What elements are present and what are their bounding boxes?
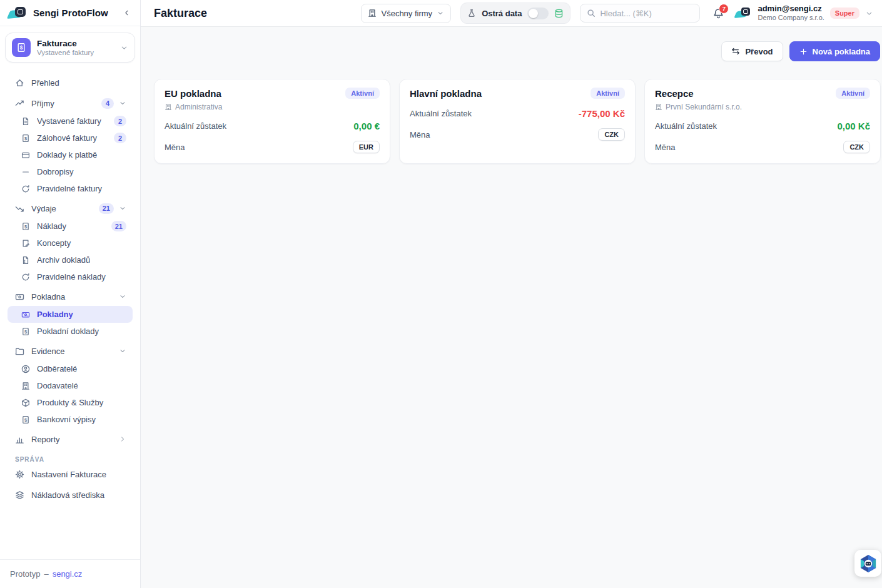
sidebar-item-pravidelne-faktury[interactable]: Pravidelné faktury	[8, 180, 133, 197]
package-icon	[21, 398, 30, 407]
currency-row: Měna CZK	[410, 128, 625, 141]
currency-badge: CZK	[598, 128, 625, 141]
count-badge: 4	[101, 98, 114, 109]
nav-label: Produkty & Služby	[37, 398, 126, 407]
nav-label: Doklady k platbě	[37, 150, 126, 160]
sengi-link[interactable]: sengi.cz	[53, 569, 83, 579]
card-company: Administrativa	[165, 103, 380, 111]
nav-label: Evidence	[31, 347, 114, 356]
sidebar-item-reporty[interactable]: Reporty	[8, 430, 133, 449]
nav-label: Zálohové faktury	[37, 133, 114, 143]
sidebar-nav: Přehled Příjmy 4 Vystavené faktury 2 Zál…	[0, 68, 140, 559]
sidebar-item-pokladna[interactable]: Pokladna	[8, 287, 133, 306]
environment-toggle-group: Ostrá data	[460, 3, 570, 24]
cash-register-card-eu-pokladna[interactable]: EU pokladna Aktivní Administrativa Aktuá…	[154, 79, 390, 164]
currency-badge: CZK	[843, 141, 870, 153]
company-filter-label: Všechny firmy	[381, 9, 432, 18]
card-title: Recepce	[655, 88, 694, 99]
chevron-down-icon	[437, 9, 444, 17]
nav-label: Příjmy	[31, 99, 101, 108]
nav-label: Koncepty	[37, 238, 126, 248]
building-icon	[368, 9, 377, 18]
credit-card-icon	[21, 150, 30, 160]
content-area: Převod Nová pokladna EU pokladna Aktivní…	[141, 27, 882, 588]
currency-row: Měna EUR	[165, 141, 380, 153]
user-company: Demo Company s.r.o.	[758, 14, 824, 22]
refresh-icon	[21, 184, 30, 193]
sidebar-item-prehled[interactable]: Přehled	[8, 73, 133, 92]
prototype-label: Prototyp	[10, 569, 40, 579]
sidebar-item-vystavene-faktury[interactable]: Vystavené faktury 2	[8, 113, 133, 129]
sidebar-item-zalohove-faktury[interactable]: Zálohové faktury 2	[8, 129, 133, 146]
nav-label: Pravidelné faktury	[37, 184, 126, 193]
sidebar-item-naklady[interactable]: Náklady 21	[8, 218, 133, 235]
nav-label: Reporty	[31, 435, 114, 444]
chevron-left-icon	[123, 9, 131, 17]
swap-icon	[731, 47, 740, 56]
app-logo-icon	[9, 6, 28, 21]
cash-register-icon	[21, 310, 30, 319]
cash-register-card-recepce[interactable]: Recepce Aktivní První Sekundární s.r.o. …	[644, 79, 881, 164]
search-input[interactable]	[600, 9, 693, 18]
sidebar-item-evidence[interactable]: Evidence	[8, 342, 133, 360]
file-text-icon	[21, 116, 30, 126]
chevron-down-icon	[119, 347, 126, 355]
cash-register-icon	[15, 292, 24, 302]
sidebar-header: Sengi ProtoFlow	[0, 0, 140, 26]
new-cash-register-button[interactable]: Nová pokladna	[789, 41, 880, 61]
invoice-module-icon	[12, 38, 31, 57]
balance-label: Aktuální zůstatek	[655, 121, 717, 131]
sidebar-item-pravidelne-naklady[interactable]: Pravidelné náklady	[8, 268, 133, 285]
chevron-down-icon	[119, 99, 126, 107]
company-filter-dropdown[interactable]: Všechny firmy	[361, 4, 451, 23]
balance-row: Aktuální zůstatek 0,00 Kč	[655, 121, 870, 131]
currency-label: Měna	[410, 130, 430, 139]
sidebar-item-nakladova-strediska[interactable]: Nákladová střediska	[8, 485, 133, 504]
balance-row: Aktuální zůstatek 0,00 €	[165, 121, 380, 131]
sidebar-item-bankovni-vypisy[interactable]: Bankovní výpisy	[8, 411, 133, 428]
notifications-button[interactable]: 7	[713, 8, 724, 19]
sidebar-item-dodavatele[interactable]: Dodavatelé	[8, 377, 133, 394]
sidebar-item-produkty-sluzby[interactable]: Produkty & Služby	[8, 394, 133, 411]
module-selector-text: Fakturace Vystavené faktury	[37, 39, 114, 56]
nav-label: Nastavení Fakturace	[31, 470, 126, 479]
cash-register-card-hlavni-pokladna[interactable]: Hlavní pokladna Aktivní Aktuální zůstate…	[399, 79, 636, 164]
notification-count-badge: 7	[719, 4, 729, 14]
nav-label: Pokladna	[31, 292, 114, 302]
chat-widget-button[interactable]	[854, 550, 881, 577]
count-badge: 21	[111, 221, 126, 231]
footer-separator: –	[44, 569, 48, 579]
sidebar-item-archiv-dokladu[interactable]: Archiv dokladů	[8, 251, 133, 268]
sidebar-item-pokladny[interactable]: Pokladny	[8, 306, 133, 323]
transfer-button[interactable]: Převod	[721, 41, 783, 61]
archive-file-icon	[21, 255, 30, 265]
sidebar-item-prijmy[interactable]: Příjmy 4	[8, 94, 133, 113]
transfer-button-label: Převod	[745, 47, 773, 56]
sidebar-item-pokladni-doklady[interactable]: Pokladní doklady	[8, 323, 133, 340]
count-badge: 2	[114, 133, 126, 143]
company-name: Administrativa	[175, 103, 222, 111]
nav-label: Odběratelé	[37, 364, 126, 373]
sidebar-item-odberatele[interactable]: Odběratelé	[8, 360, 133, 377]
status-badge: Aktivní	[836, 88, 870, 99]
nav-label: Pokladní doklady	[37, 327, 126, 336]
module-selector[interactable]: Fakturace Vystavené faktury	[5, 33, 135, 63]
sidebar-collapse-button[interactable]	[119, 6, 134, 21]
receipt-icon	[21, 327, 30, 336]
minus-icon	[21, 167, 30, 176]
flask-icon	[467, 9, 476, 18]
sidebar-item-nastaveni-fakturace[interactable]: Nastavení Fakturace	[8, 465, 133, 484]
building-icon	[655, 103, 662, 111]
user-menu[interactable]: admin@sengi.cz Demo Company s.r.o. Super	[736, 4, 873, 22]
sidebar-item-vydaje[interactable]: Výdaje 21	[8, 199, 133, 218]
sidebar-footer: Prototyp – sengi.cz	[0, 559, 140, 588]
balance-label: Aktuální zůstatek	[410, 109, 472, 118]
refresh-icon	[21, 272, 30, 281]
sidebar-item-dobropisy[interactable]: Dobropisy	[8, 163, 133, 180]
live-data-toggle[interactable]	[527, 8, 549, 19]
role-badge: Super	[830, 8, 859, 19]
module-subtitle: Vystavené faktury	[37, 49, 114, 56]
user-circle-icon	[21, 364, 30, 373]
sidebar-item-doklady-k-platbe[interactable]: Doklady k platbě	[8, 146, 133, 163]
sidebar-item-koncepty[interactable]: Koncepty	[8, 235, 133, 251]
